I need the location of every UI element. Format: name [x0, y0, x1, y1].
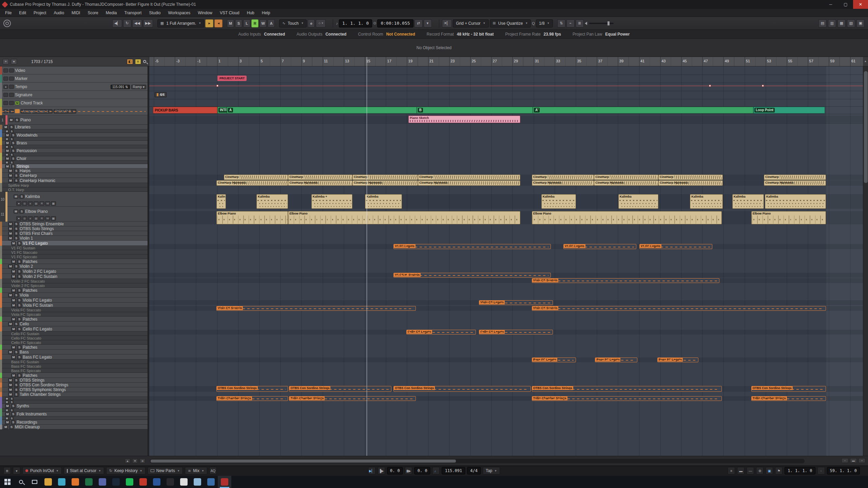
minimize-button[interactable]: ─ [823, 0, 838, 9]
solo-button[interactable]: S [14, 383, 19, 387]
mute-button[interactable]: M [8, 264, 13, 268]
mute-button[interactable]: M [11, 269, 16, 273]
mute-button[interactable]: M [5, 401, 9, 404]
clip-kalimba[interactable]: Kalimba [256, 194, 288, 209]
clip-elbow-piano[interactable]: Elbow Piano [751, 211, 826, 224]
window-layout-setup-button[interactable]: ▣ [856, 19, 865, 27]
signature-options-icon[interactable] [9, 93, 14, 97]
horizontal-scrollbar-thumb[interactable] [151, 460, 456, 463]
marker-activate-icon[interactable] [3, 77, 8, 81]
postroll-icon[interactable]: ▮▶ [405, 467, 412, 474]
track-signature[interactable]: Signature [0, 91, 148, 99]
solo-button[interactable]: S [17, 373, 22, 378]
clip-kalimba[interactable]: Kalimba + [311, 194, 352, 209]
track-collapsed-67[interactable]: MS [0, 416, 148, 420]
track-patches[interactable]: MSPatches [0, 259, 148, 264]
adobe-icon[interactable] [136, 476, 150, 488]
track-tempo[interactable]: ●Tempo115.091 ⇅Ramp ▾ [0, 83, 148, 91]
clip-kalimba[interactable]: Kalimba [541, 194, 576, 209]
track-chord-track[interactable]: MChord Track [0, 99, 148, 107]
solo-button[interactable]: S [14, 179, 19, 183]
tempo-activate-icon[interactable]: ● [3, 85, 8, 89]
start-icon[interactable] [1, 476, 14, 488]
clip-cineharp-harmonic[interactable]: CineHarp Harmonic [352, 180, 418, 186]
mute-button[interactable]: M [5, 409, 9, 412]
lower-zone-toggle-button[interactable]: ▥ [828, 19, 836, 27]
solo-button[interactable]: S [17, 274, 22, 279]
track-cineharp[interactable]: MSCineHarp [0, 173, 148, 178]
mute-button[interactable]: M [5, 133, 10, 137]
track-cello[interactable]: MSCello [0, 322, 148, 326]
track-collapsed-8[interactable]: MS [0, 129, 148, 133]
clip-viola-cs-sustain[interactable]: Viola CS Sustain [216, 306, 416, 311]
tempo-value[interactable]: 115.091 ⇅ [111, 85, 130, 89]
clip-piano-sketch[interactable]: Piano Sketch [408, 116, 520, 123]
track-midi-cleanup[interactable]: MSMIDI Cleanup [0, 425, 148, 429]
clip-kalimba[interactable]: Kalimba [618, 194, 658, 209]
solo-button[interactable]: S [10, 401, 14, 404]
mute-button[interactable]: M [5, 138, 9, 141]
snap-toggle-button[interactable]: ✕▏ [442, 19, 452, 27]
track-list-settings-icon[interactable]: ⊛ [140, 459, 145, 463]
spotify-icon[interactable] [123, 476, 136, 488]
mute-button[interactable]: M [11, 241, 16, 245]
track-otbs-strings-ensemble[interactable]: MSOTBS Strings Ensemble [0, 222, 148, 226]
arranger-chain-select[interactable]: ▦1 Full Arrangem.▼ [157, 19, 204, 27]
forward-button[interactable]: ▶▶ [143, 19, 153, 27]
solo-button[interactable]: S [11, 149, 16, 153]
solo-button[interactable]: S [10, 397, 14, 400]
arranger-section-b[interactable]: B [417, 107, 533, 114]
solo-button[interactable]: S [14, 222, 19, 226]
zoom-in-button[interactable]: + [859, 458, 865, 463]
track-otbs-con-sordino-strings[interactable]: MSOTBS Con Sordino Strings [0, 383, 148, 387]
track-patches[interactable]: MSPatches [0, 288, 148, 293]
add-track-button[interactable]: + [3, 59, 9, 64]
automation-r-button[interactable]: R [251, 19, 258, 27]
mute-button[interactable]: M [11, 260, 16, 264]
menu-edit[interactable]: Edit [15, 11, 30, 15]
automation-m-button[interactable]: M [227, 19, 234, 27]
solo-button[interactable]: S [17, 303, 22, 307]
tempo-curve-line[interactable] [149, 86, 863, 86]
menu-vst-cloud[interactable]: VST Cloud [216, 11, 243, 15]
snap-type-select[interactable]: Grid + Cursor▼ [453, 19, 488, 27]
mute-button[interactable]: M [8, 293, 13, 297]
arranger-section-a[interactable]: A' [533, 107, 753, 114]
track-patches[interactable]: MSPatches [0, 317, 148, 322]
vertical-scrollbar[interactable] [863, 66, 868, 456]
performance-meter-icon[interactable]: ≡ [728, 467, 735, 474]
clip-cineharp[interactable]: CineHarp [594, 175, 658, 180]
punch-in-point-button[interactable]: ▐▶ [378, 467, 385, 474]
solo-button[interactable]: S [19, 209, 24, 214]
solo-button[interactable]: S [11, 420, 16, 424]
solo-button[interactable]: S [14, 236, 19, 240]
mute-button[interactable]: M [8, 388, 13, 392]
clip-elbow-piano[interactable]: Elbow Piano [216, 211, 288, 224]
solo-button[interactable]: S [14, 392, 19, 396]
chord-monitor-button[interactable]: M [15, 101, 20, 105]
clip-cineharp[interactable]: CineHarp [224, 175, 288, 180]
track-bass[interactable]: MSBass [0, 350, 148, 354]
solo-button[interactable]: S [10, 153, 14, 156]
mute-button[interactable]: M [5, 397, 9, 400]
tempo-curve-select[interactable]: Ramp ▾ [131, 85, 146, 89]
clip-v1-fc-legato[interactable]: V1 FC Legato [393, 244, 551, 249]
track-otbs-symphonic-strings[interactable]: MSOTBS Symphonic Strings [0, 387, 148, 392]
primary-time-display[interactable]: 1. 1. 1. 0 [339, 19, 372, 27]
menu-workspaces[interactable]: Workspaces [164, 11, 194, 15]
mute-button[interactable]: M [11, 317, 16, 321]
menu-window[interactable]: Window [194, 11, 216, 15]
solo-button[interactable]: S [17, 317, 22, 321]
tempo-curve-node[interactable] [762, 85, 764, 87]
project-start-marker[interactable]: PROJECT START [217, 76, 247, 81]
chrome-icon[interactable] [177, 476, 191, 488]
menu-hub[interactable]: Hub [243, 11, 258, 15]
solo-button[interactable]: S [10, 138, 14, 141]
menu-midi[interactable]: MIDI [68, 11, 84, 15]
clip-otbs-con-sordino-strings[interactable]: OTBS Con Sordino Strings [532, 386, 722, 392]
clip-cineharp[interactable]: CineHarp [352, 175, 418, 180]
menu-transport[interactable]: Transport [120, 11, 145, 15]
status-record-format[interactable]: Record Format48 kHz - 32 bit float [427, 32, 494, 37]
track-woodwinds[interactable]: MSWoodwinds [0, 133, 148, 137]
automation-s-button[interactable]: S [235, 19, 242, 27]
